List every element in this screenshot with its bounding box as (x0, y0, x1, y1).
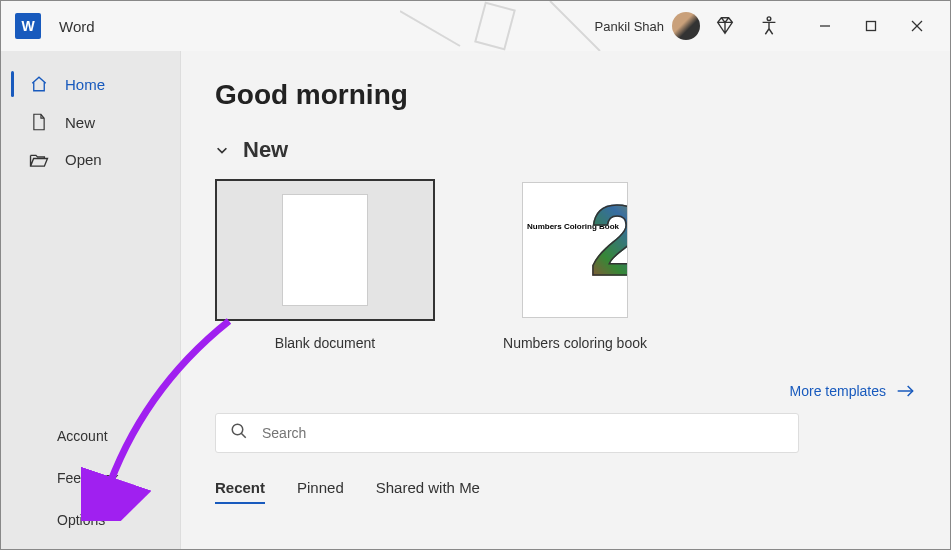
sidebar-item-label: Account (57, 428, 108, 444)
sidebar-item-home[interactable]: Home (1, 65, 180, 103)
sidebar-item-label: Feedback (57, 470, 118, 486)
more-templates-row: More templates (215, 383, 916, 399)
premium-diamond-icon[interactable] (714, 15, 736, 37)
sidebar-item-new[interactable]: New (1, 103, 180, 141)
template-thumbnail: Numbers Coloring Book 2 (465, 179, 685, 321)
template-thumbnail (215, 179, 435, 321)
new-doc-icon (29, 113, 49, 131)
sidebar-item-label: Open (65, 151, 102, 168)
sidebar-item-open[interactable]: Open (1, 141, 180, 178)
new-section-heading: New (215, 137, 916, 163)
template-label: Blank document (275, 335, 375, 351)
search-box[interactable] (215, 413, 799, 453)
template-label: Numbers coloring book (503, 335, 647, 351)
sidebar-item-label: New (65, 114, 95, 131)
sidebar-item-label: Options (57, 512, 105, 528)
minimize-button[interactable] (802, 10, 848, 42)
accessibility-icon[interactable] (758, 15, 780, 37)
sidebar-item-options[interactable]: Options (1, 499, 180, 541)
svg-line-2 (550, 1, 600, 51)
search-icon (230, 422, 248, 444)
tab-pinned[interactable]: Pinned (297, 479, 344, 504)
main-layout: Home New Open Account Feedback Options G… (1, 51, 950, 549)
template-numbers-coloring[interactable]: Numbers Coloring Book 2 Numbers coloring… (465, 179, 685, 359)
more-templates-link[interactable]: More templates (790, 383, 916, 399)
sidebar-item-feedback[interactable]: Feedback (1, 457, 180, 499)
sidebar-item-label: Home (65, 76, 105, 93)
tab-recent[interactable]: Recent (215, 479, 265, 504)
folder-open-icon (29, 152, 49, 168)
sidebar: Home New Open Account Feedback Options (1, 51, 181, 549)
svg-line-0 (400, 11, 460, 46)
word-app-icon: W (15, 13, 41, 39)
svg-point-9 (232, 424, 243, 435)
more-templates-label: More templates (790, 383, 886, 399)
svg-rect-5 (867, 22, 876, 31)
svg-line-10 (241, 433, 246, 438)
search-input[interactable] (262, 425, 784, 441)
doodle-background (400, 1, 700, 51)
greeting-heading: Good morning (215, 79, 916, 111)
svg-rect-1 (475, 3, 514, 49)
document-tabs: Recent Pinned Shared with Me (215, 479, 916, 504)
close-button[interactable] (894, 10, 940, 42)
section-title: New (243, 137, 288, 163)
sidebar-bottom: Account Feedback Options (1, 415, 180, 549)
sidebar-item-account[interactable]: Account (1, 415, 180, 457)
main-content: Good morning New Blank document Numbers … (181, 51, 950, 549)
templates-row: Blank document Numbers Coloring Book 2 N… (215, 179, 916, 359)
thumb-graphic: 2 (589, 183, 628, 298)
maximize-button[interactable] (848, 10, 894, 42)
chevron-down-icon[interactable] (215, 143, 229, 157)
home-icon (29, 75, 49, 93)
template-blank-document[interactable]: Blank document (215, 179, 435, 359)
app-name: Word (59, 18, 95, 35)
arrow-right-icon (896, 384, 916, 398)
svg-point-3 (767, 17, 771, 21)
titlebar: W Word Pankil Shah (1, 1, 950, 51)
tab-shared[interactable]: Shared with Me (376, 479, 480, 504)
